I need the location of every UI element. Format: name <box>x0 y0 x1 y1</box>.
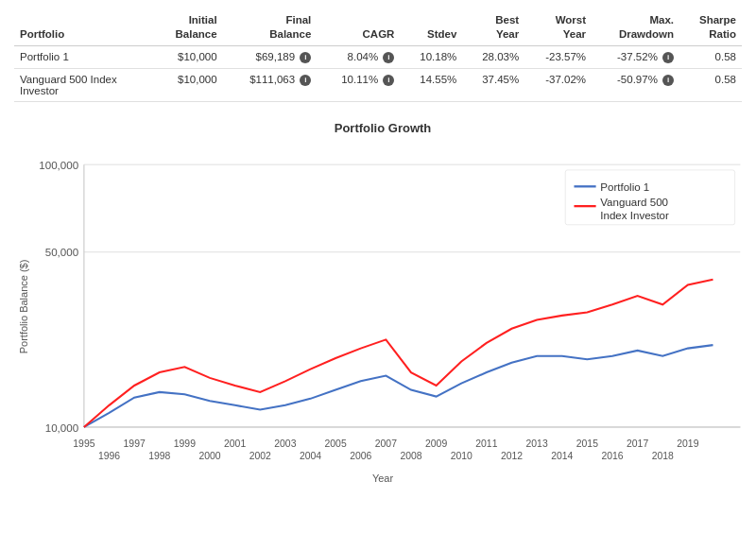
col-header-stdev: Stdev <box>400 9 462 45</box>
max-drawdown-info-icon[interactable]: i <box>662 52 674 63</box>
svg-text:2011: 2011 <box>475 438 497 449</box>
svg-text:2006: 2006 <box>350 450 371 460</box>
best-year: 37.45% <box>462 68 524 101</box>
svg-text:2019: 2019 <box>677 438 698 449</box>
max-drawdown-info-icon[interactable]: i <box>662 75 674 86</box>
initial-balance: $10,000 <box>154 68 222 101</box>
col-header-initial-balance: InitialBalance <box>154 9 222 45</box>
table-row: Vanguard 500 IndexInvestor$10,000$111,06… <box>14 68 742 101</box>
svg-text:2013: 2013 <box>526 438 548 449</box>
svg-text:1996: 1996 <box>98 450 120 460</box>
svg-text:2001: 2001 <box>224 438 246 449</box>
svg-text:Portfolio 1: Portfolio 1 <box>600 181 649 193</box>
cagr: 8.04% i <box>317 45 400 68</box>
col-header-best-year: BestYear <box>462 9 524 45</box>
sharpe-ratio: 0.58 <box>679 45 742 68</box>
cagr-info-icon[interactable]: i <box>383 52 394 63</box>
sharpe-ratio: 0.58 <box>679 68 742 101</box>
col-header-max-drawdown: Max.Drawdown <box>592 9 679 45</box>
col-header-portfolio: Portfolio <box>14 9 154 45</box>
svg-text:2007: 2007 <box>375 438 397 449</box>
performance-table: Portfolio InitialBalance FinalBalance CA… <box>14 9 742 102</box>
svg-text:2004: 2004 <box>300 450 321 460</box>
svg-text:2012: 2012 <box>501 450 523 460</box>
svg-text:2008: 2008 <box>400 450 421 460</box>
chart-title: Portfolio Growth <box>14 121 751 135</box>
chart-svg: 100,000 50,000 10,000 1995 1997 1999 200… <box>29 143 751 471</box>
svg-text:100,000: 100,000 <box>39 160 78 171</box>
max-drawdown: -50.97% i <box>592 68 679 101</box>
max-drawdown: -37.52% i <box>592 45 679 68</box>
svg-text:2014: 2014 <box>551 450 573 460</box>
col-header-sharpe-ratio: SharpeRatio <box>679 9 742 45</box>
svg-text:2015: 2015 <box>576 438 598 449</box>
svg-text:2018: 2018 <box>652 450 674 460</box>
x-axis-label: Year <box>14 473 751 484</box>
svg-text:2017: 2017 <box>627 438 648 449</box>
worst-year: -23.57% <box>524 45 592 68</box>
y-axis-label: Portfolio Balance ($) <box>14 143 29 471</box>
svg-text:1998: 1998 <box>148 450 170 460</box>
svg-text:50,000: 50,000 <box>45 247 78 258</box>
initial-balance: $10,000 <box>154 45 222 68</box>
col-header-worst-year: WorstYear <box>524 9 592 45</box>
svg-text:1999: 1999 <box>174 438 196 449</box>
col-header-cagr: CAGR <box>317 9 400 45</box>
best-year: 28.03% <box>462 45 524 68</box>
svg-text:2009: 2009 <box>425 438 447 449</box>
final-balance: $111,063 i <box>223 68 318 101</box>
final-balance-info-icon[interactable]: i <box>300 75 311 86</box>
table-row: Portfolio 1$10,000$69,189 i8.04% i10.18%… <box>14 45 742 68</box>
portfolio-name: Portfolio 1 <box>14 45 154 68</box>
vanguard-line <box>84 280 713 427</box>
final-balance-info-icon[interactable]: i <box>300 52 311 63</box>
cagr: 10.11% i <box>317 68 400 101</box>
svg-text:2005: 2005 <box>325 438 347 449</box>
svg-text:2002: 2002 <box>249 450 271 460</box>
worst-year: -37.02% <box>524 68 592 101</box>
svg-text:2016: 2016 <box>601 450 623 460</box>
stdev: 10.18% <box>400 45 462 68</box>
chart-inner: 100,000 50,000 10,000 1995 1997 1999 200… <box>29 143 751 471</box>
cagr-info-icon[interactable]: i <box>383 75 394 86</box>
final-balance: $69,189 i <box>223 45 318 68</box>
svg-text:2010: 2010 <box>451 450 472 460</box>
svg-text:Index Investor: Index Investor <box>600 210 669 221</box>
portfolio-growth-chart: Portfolio Growth Portfolio Balance ($) 1… <box>14 121 751 484</box>
col-header-final-balance: FinalBalance <box>223 9 318 45</box>
svg-text:2000: 2000 <box>198 450 220 460</box>
stdev: 14.55% <box>400 68 462 101</box>
portfolio-name: Vanguard 500 IndexInvestor <box>14 68 154 101</box>
svg-text:1995: 1995 <box>73 438 94 449</box>
svg-text:2003: 2003 <box>274 438 296 449</box>
svg-text:10,000: 10,000 <box>45 421 78 433</box>
svg-text:Vanguard 500: Vanguard 500 <box>600 197 668 208</box>
svg-text:1997: 1997 <box>124 438 146 449</box>
